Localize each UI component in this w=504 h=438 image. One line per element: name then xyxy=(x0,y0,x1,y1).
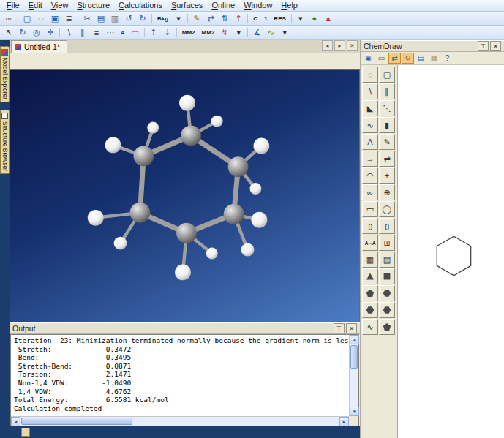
zoom-icon[interactable]: ◎ xyxy=(30,27,43,39)
menu-item-edit[interactable]: Edit xyxy=(24,0,47,11)
save-icon[interactable]: ▣ xyxy=(48,12,61,24)
hydrogen-atom[interactable] xyxy=(211,116,223,127)
eraser-icon[interactable]: ▭ xyxy=(129,27,142,39)
scroll-right-icon[interactable]: ► xyxy=(339,417,349,426)
glasses-3d-icon[interactable]: ∞ xyxy=(2,12,15,24)
add-hydrogens-icon[interactable]: ⇡ xyxy=(147,27,160,39)
cyclohexane-ring-drawing[interactable] xyxy=(437,236,470,276)
oval-tool-icon[interactable]: ◯ xyxy=(379,201,395,217)
hydrogen-atom[interactable] xyxy=(88,210,104,226)
arc-tool-icon[interactable]: ◠ xyxy=(362,167,378,184)
residue-label[interactable]: RES xyxy=(271,12,288,24)
cyclopentane-ring-icon[interactable] xyxy=(362,285,378,301)
menu-item-view[interactable]: View xyxy=(47,0,73,11)
benzene-ring-icon[interactable] xyxy=(362,302,378,318)
3d-model-view[interactable] xyxy=(10,69,360,322)
chart-icon[interactable]: ∿ xyxy=(264,27,277,39)
hash-bond-tool-icon[interactable]: ⋱ xyxy=(379,100,395,116)
analysis-tool-icon[interactable]: ▦ xyxy=(362,252,378,268)
cyclohexane-ring-icon[interactable] xyxy=(379,285,395,301)
live-link-icon[interactable]: ◉ xyxy=(362,53,375,64)
rectangle-tool-icon[interactable]: ▭ xyxy=(362,201,378,217)
paste-icon[interactable]: ▥ xyxy=(108,12,121,24)
chemdraw-canvas[interactable] xyxy=(398,65,504,438)
hydrogen-atom[interactable] xyxy=(147,122,159,134)
pen-tool-icon[interactable]: ✎ xyxy=(379,134,395,150)
bold-bond-tool-icon[interactable]: ▮ xyxy=(379,117,395,133)
carbon-atom[interactable] xyxy=(176,223,197,243)
hydrogen-atom[interactable] xyxy=(175,264,191,280)
document-tab[interactable]: Untitled-1* xyxy=(11,40,67,53)
acyclic-chain-tool-icon[interactable]: ∿ xyxy=(362,319,378,335)
hydrogen-atom[interactable] xyxy=(114,237,127,250)
menu-item-calculations[interactable]: Calculations xyxy=(114,0,167,11)
scroll-down-icon[interactable]: ▼ xyxy=(350,407,359,416)
sync-to-2d-icon[interactable]: ⇄ xyxy=(388,53,401,64)
hydrogen-atom[interactable] xyxy=(253,137,269,154)
carbon-atom[interactable] xyxy=(133,146,154,166)
angle-icon[interactable]: ⇅ xyxy=(218,12,231,24)
chair-cyclohexane-ring-icon[interactable] xyxy=(379,302,395,318)
sync-to-3d-icon[interactable]: ↻ xyxy=(402,53,414,64)
scroll-left-icon[interactable]: ◄ xyxy=(11,417,20,426)
menu-item-structure[interactable]: Structure xyxy=(72,0,114,11)
carbon-atom[interactable] xyxy=(129,203,150,223)
open-icon[interactable]: ▱ xyxy=(34,12,48,24)
cyclobutane-ring-icon[interactable] xyxy=(379,268,395,284)
bracket-tool-icon[interactable]: [ ] xyxy=(362,218,378,234)
mm2-dynamics-label[interactable]: MM2 xyxy=(199,27,218,39)
reaction-scheme-tool-icon[interactable]: A→A xyxy=(362,235,378,251)
pencil-icon[interactable]: ✎ xyxy=(190,12,203,24)
hydrogen-atom[interactable] xyxy=(241,243,255,257)
wavy-bond-tool-icon[interactable]: ∿ xyxy=(362,117,378,133)
chemdraw-pin-icon[interactable]: ⊤ xyxy=(478,41,489,51)
background-label[interactable]: Bkg xyxy=(154,12,171,24)
tab-close-icon[interactable]: ✕ xyxy=(347,40,358,51)
vertical-scroll-thumb[interactable] xyxy=(350,345,358,369)
charge-icon[interactable]: ⇡ xyxy=(232,12,245,24)
element-c-label[interactable]: C xyxy=(250,12,260,24)
new-model-icon[interactable]: ▢ xyxy=(20,12,34,24)
output-close-icon[interactable]: ✕ xyxy=(346,323,357,333)
hydrogen-atom[interactable] xyxy=(105,137,121,153)
triple-bond-icon[interactable]: ≡ xyxy=(90,27,103,39)
output-vertical-scrollbar[interactable]: ▲ ▼ xyxy=(349,335,358,416)
hydrogen-atom[interactable] xyxy=(251,212,267,228)
menu-item-help[interactable]: Help xyxy=(277,0,302,11)
text-tool-icon[interactable]: A xyxy=(118,27,128,39)
menu-item-surfaces[interactable]: Surfaces xyxy=(167,0,207,11)
remove-hydrogens-icon[interactable]: ⇣ xyxy=(161,27,174,39)
horizontal-scroll-thumb[interactable] xyxy=(21,418,132,425)
dock-tab-structure-browser[interactable]: Structure Browser xyxy=(0,110,10,174)
marquee-tool-icon[interactable]: ▢ xyxy=(379,67,395,83)
lasso-tool-icon[interactable]: ◌ xyxy=(362,67,378,83)
template-tool-icon[interactable]: ▤ xyxy=(379,252,395,268)
minimized-panel-icon[interactable] xyxy=(21,428,30,437)
equilibrium-arrow-tool-icon[interactable]: ⇌ xyxy=(379,151,395,167)
carbon-atom[interactable] xyxy=(181,126,201,146)
dihedral-icon[interactable]: ⇄ xyxy=(204,12,217,24)
brace-tool-icon[interactable]: { } xyxy=(379,218,395,234)
chemdraw-close-icon[interactable]: ✕ xyxy=(490,41,501,51)
tab-scroll-back-icon[interactable]: ◂ xyxy=(322,40,333,51)
tools-dropdown-icon[interactable]: ▾ xyxy=(278,27,291,39)
rotate-icon[interactable]: ↻ xyxy=(16,27,29,39)
table-tool-icon[interactable]: ⊞ xyxy=(379,235,395,251)
copy-icon[interactable]: ▤ xyxy=(94,12,108,24)
redo-icon[interactable]: ↻ xyxy=(136,12,149,24)
menu-item-file[interactable]: File xyxy=(2,0,24,11)
serial-number-label[interactable]: 1 xyxy=(261,12,270,24)
cut-icon[interactable]: ✂ xyxy=(80,12,94,24)
calculation-dropdown-icon[interactable]: ▾ xyxy=(232,27,245,39)
measure-angle-icon[interactable]: ∡ xyxy=(250,27,263,39)
mm2-minimize-label[interactable]: MM2 xyxy=(179,27,198,39)
polygon-tool-icon[interactable] xyxy=(379,319,395,335)
menu-item-window[interactable]: Window xyxy=(239,0,277,11)
stop-icon[interactable]: ▲ xyxy=(322,12,335,24)
carbon-atom[interactable] xyxy=(228,156,249,177)
orbital-tool-icon[interactable]: ∞ xyxy=(362,184,378,200)
single-bond-icon[interactable]: ∖ xyxy=(62,27,75,39)
wedge-bond-tool-icon[interactable]: ◣ xyxy=(362,100,378,116)
hydrogen-atom[interactable] xyxy=(179,95,195,111)
tab-scroll-forward-icon[interactable]: ▸ xyxy=(334,40,345,51)
